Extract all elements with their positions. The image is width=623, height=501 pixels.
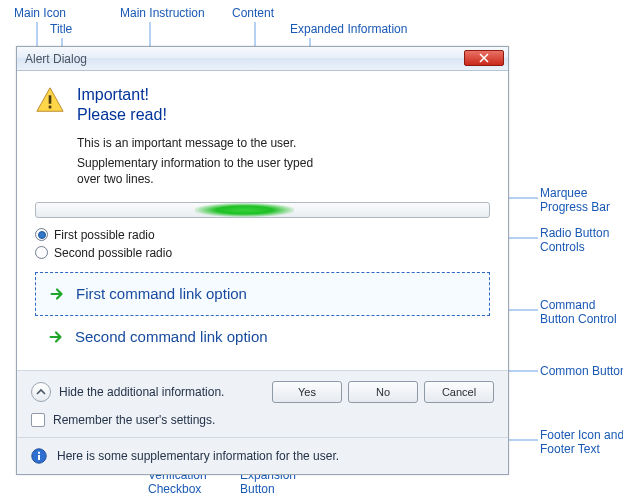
svg-rect-15: [49, 106, 52, 109]
command-link-label: First command link option: [76, 285, 247, 302]
radio-group: First possible radio Second possible rad…: [35, 228, 490, 260]
expansion-button[interactable]: [31, 382, 51, 402]
main-instruction: Important! Please read!: [77, 85, 337, 125]
footer: Here is some supplementary information f…: [17, 437, 508, 474]
callout-footer: Footer Icon and Footer Text: [540, 428, 623, 456]
radio-label: First possible radio: [54, 228, 155, 242]
warning-icon: [35, 85, 65, 188]
close-icon: [479, 53, 489, 63]
yes-button[interactable]: Yes: [272, 381, 342, 403]
command-link-label: Second command link option: [75, 328, 268, 345]
radio-label: Second possible radio: [54, 246, 172, 260]
callout-expanded-info: Expanded Information: [290, 22, 407, 36]
content-text: This is an important message to the user…: [77, 135, 337, 151]
callout-marquee: Marquee Progress Bar: [540, 186, 610, 214]
radio-icon: [35, 228, 48, 241]
expansion-label: Hide the additional information.: [59, 385, 264, 399]
dialog-title: Alert Dialog: [25, 52, 87, 66]
arrow-right-icon: [48, 285, 66, 303]
verification-label: Remember the user's settings.: [53, 413, 215, 427]
callout-main-icon: Main Icon: [14, 6, 66, 20]
callout-common-buttons: Common Buttons: [540, 364, 623, 378]
callout-title: Title: [50, 22, 72, 36]
command-links: First command link option Second command…: [35, 272, 490, 358]
no-button[interactable]: No: [348, 381, 418, 403]
callout-content: Content: [232, 6, 274, 20]
alert-dialog: Alert Dialog Important! Please read! Thi…: [16, 46, 509, 475]
content-area: Important! Please read! This is an impor…: [17, 71, 508, 370]
marquee-progress-bar: [35, 202, 490, 218]
command-link-2[interactable]: Second command link option: [35, 316, 490, 358]
callout-main-instruction: Main Instruction: [120, 6, 205, 20]
radio-option-2[interactable]: Second possible radio: [35, 246, 490, 260]
callout-command-button: Command Button Control: [540, 298, 617, 326]
command-link-1[interactable]: First command link option: [35, 272, 490, 316]
arrow-right-icon: [47, 328, 65, 346]
close-button[interactable]: [464, 50, 504, 66]
verification-checkbox[interactable]: [31, 413, 45, 427]
footer-pane: Hide the additional information. Yes No …: [17, 370, 508, 437]
info-icon: [31, 448, 47, 464]
radio-icon: [35, 246, 48, 259]
main-instruction-line2: Please read!: [77, 105, 337, 125]
svg-rect-18: [38, 451, 40, 453]
radio-option-1[interactable]: First possible radio: [35, 228, 490, 242]
titlebar[interactable]: Alert Dialog: [17, 47, 508, 71]
svg-rect-14: [49, 95, 52, 103]
callout-radio-controls: Radio Button Controls: [540, 226, 609, 254]
chevron-up-icon: [36, 387, 46, 397]
svg-rect-17: [38, 455, 40, 460]
cancel-button[interactable]: Cancel: [424, 381, 494, 403]
supplementary-text: Supplementary information to the user ty…: [77, 155, 337, 187]
main-instruction-line1: Important!: [77, 85, 337, 105]
footer-text: Here is some supplementary information f…: [57, 449, 339, 463]
